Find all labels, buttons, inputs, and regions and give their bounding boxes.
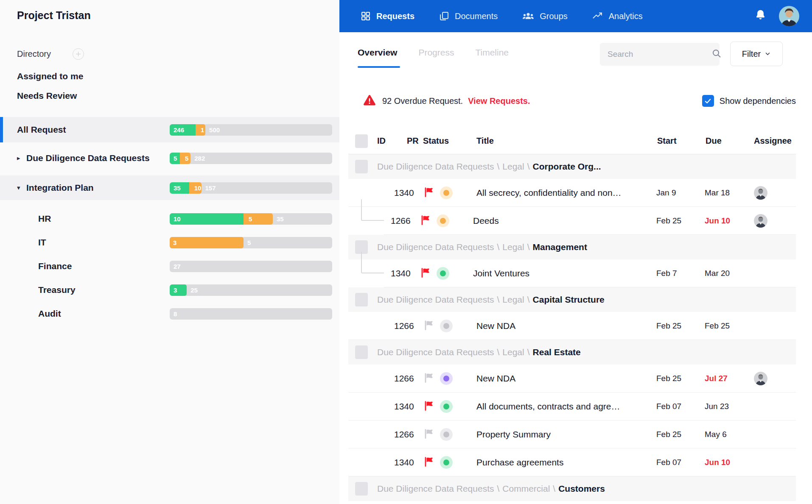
progress-segment-count: 27 bbox=[174, 263, 181, 270]
search-icon[interactable] bbox=[711, 48, 722, 60]
group-name: Customers bbox=[558, 484, 605, 493]
progress-segment-orange: 5 bbox=[244, 213, 273, 225]
due-date: Feb 25 bbox=[701, 321, 754, 331]
task-id: 1266 bbox=[391, 216, 420, 226]
nav-item-label: Documents bbox=[455, 11, 498, 21]
assignee-avatar[interactable] bbox=[754, 186, 767, 200]
assignee-avatar[interactable] bbox=[754, 214, 767, 228]
chevron-down-icon bbox=[764, 49, 771, 59]
breadcrumb-segment: Legal bbox=[502, 242, 524, 252]
group-breadcrumb: Due Diligence Data Requests\Legal\Manage… bbox=[377, 242, 796, 252]
group-row-capital-structure[interactable]: Due Diligence Data Requests\Legal\Capita… bbox=[348, 287, 796, 312]
task-row-1340-purchase-agreements[interactable]: 1340Purchase agreementsFeb 07Jun 10 bbox=[348, 448, 796, 476]
sidebar-item-label: IT bbox=[38, 237, 46, 248]
priority-flag-icon-gray bbox=[424, 428, 440, 441]
col-header-start: Start bbox=[653, 136, 701, 146]
progress-bar: 3510157 bbox=[170, 182, 332, 194]
dependencies-checkbox[interactable] bbox=[702, 95, 714, 107]
progress-segment-count: 3 bbox=[173, 239, 176, 246]
sidebar-item-all-request[interactable]: All Request2461500 bbox=[0, 117, 339, 142]
sidebar-item-label: Due Diligence Data Requests bbox=[26, 153, 150, 163]
breadcrumb-segment: Legal bbox=[502, 347, 524, 357]
due-date: Jun 10 bbox=[701, 458, 754, 467]
progress-segment-count: 5 bbox=[174, 155, 177, 162]
task-row-1340-joint-ventures[interactable]: 1340Joint VenturesFeb 7Mar 20 bbox=[384, 259, 796, 287]
sidebar-item-hr[interactable]: HR10535 bbox=[0, 207, 339, 231]
due-date: Jul 27 bbox=[701, 374, 754, 383]
progress-bar: 8 bbox=[170, 308, 332, 320]
sidebar: Project Tristan Directory Assigned to me… bbox=[0, 0, 339, 504]
breadcrumb-separator: \ bbox=[524, 162, 533, 171]
task-row-1266-property-summary[interactable]: 1266Property SummaryFeb 25May 6 bbox=[348, 420, 796, 448]
sidebar-item-treasury[interactable]: Treasury325 bbox=[0, 278, 339, 302]
task-row-1266-new-nda[interactable]: 1266New NDAFeb 25Feb 25 bbox=[348, 312, 796, 340]
task-row-1340-all-documents-contracts-[interactable]: 1340All documents, contracts and agre…Fe… bbox=[348, 393, 796, 420]
row-checkbox[interactable] bbox=[355, 482, 368, 496]
progress-segment-green: 3 bbox=[170, 284, 187, 296]
progress-segment-count: 5 bbox=[247, 239, 251, 246]
col-header-assignee: Assignee bbox=[754, 136, 796, 146]
task-title: All secrecy, confidentiality and non… bbox=[465, 188, 653, 198]
status-dot-green bbox=[440, 400, 453, 413]
nav-item-documents[interactable]: Documents bbox=[439, 11, 498, 21]
tab-overview[interactable]: Overview bbox=[358, 47, 397, 68]
directory-row: Directory bbox=[17, 48, 84, 60]
sidebar-item-due-diligence-data-requests[interactable]: ▸Due Diligence Data Requests55282 bbox=[0, 146, 339, 170]
due-date: May 6 bbox=[701, 430, 754, 439]
nav-item-analytics[interactable]: Analytics bbox=[592, 11, 643, 21]
nav-item-requests[interactable]: Requests bbox=[361, 11, 414, 21]
sidebar-item-it[interactable]: IT35 bbox=[0, 231, 339, 254]
row-checkbox[interactable] bbox=[355, 160, 368, 173]
priority-flag-icon-gray bbox=[424, 320, 440, 332]
sidebar-item-label: All Request bbox=[17, 125, 66, 135]
group-row-management[interactable]: Due Diligence Data Requests\Legal\Manage… bbox=[348, 235, 796, 259]
task-title: Purchase agreements bbox=[465, 457, 653, 468]
start-date: Feb 25 bbox=[653, 321, 701, 331]
breadcrumb-separator: \ bbox=[494, 484, 502, 493]
search-input[interactable] bbox=[608, 50, 711, 59]
user-avatar[interactable] bbox=[779, 6, 799, 26]
progress-segment-orange: 10 bbox=[189, 182, 202, 194]
task-row-1266-new-nda[interactable]: 1266New NDAFeb 25Jul 27 bbox=[348, 365, 796, 393]
groups-icon bbox=[522, 11, 534, 21]
status-dot-orange bbox=[440, 187, 453, 199]
tab-timeline[interactable]: Timeline bbox=[475, 47, 509, 68]
sidebar-item-label: HR bbox=[38, 214, 51, 224]
task-title: New NDA bbox=[465, 321, 653, 331]
top-navigation: RequestsDocumentsGroupsAnalytics bbox=[339, 0, 812, 32]
task-id: 1340 bbox=[394, 457, 424, 468]
task-row-1340-all-secrecy-confidential[interactable]: 1340All secrecy, confidentiality and non… bbox=[348, 179, 796, 207]
view-tabs: Overview Progress Timeline bbox=[358, 47, 509, 68]
progress-segment-gray: 25 bbox=[187, 284, 332, 296]
group-name: Capital Structure bbox=[533, 295, 605, 304]
task-row-1266-deeds[interactable]: 1266DeedsFeb 25Jun 10 bbox=[384, 207, 796, 235]
select-all-checkbox[interactable] bbox=[355, 134, 368, 148]
notifications-bell-icon[interactable] bbox=[755, 9, 766, 23]
breadcrumb-separator: \ bbox=[494, 162, 502, 171]
progress-segment-count: 500 bbox=[209, 126, 220, 134]
sidebar-item-finance[interactable]: Finance27 bbox=[0, 254, 339, 278]
caret-right-icon[interactable]: ▸ bbox=[17, 154, 23, 162]
col-header-status: Status bbox=[423, 136, 465, 146]
filter-button[interactable]: Filter bbox=[730, 42, 783, 66]
add-directory-icon[interactable] bbox=[73, 48, 84, 60]
due-date: Jun 10 bbox=[701, 216, 754, 226]
progress-bar: 2461500 bbox=[170, 124, 332, 136]
sidebar-item-audit[interactable]: Audit8 bbox=[0, 302, 339, 326]
sidebar-item-needs-review[interactable]: Needs Review bbox=[17, 91, 77, 101]
progress-segment-count: 5 bbox=[249, 215, 252, 223]
tab-progress[interactable]: Progress bbox=[418, 47, 454, 68]
row-checkbox[interactable] bbox=[355, 345, 368, 359]
sidebar-item-integration-plan[interactable]: ▾Integration Plan3510157 bbox=[0, 175, 339, 200]
sidebar-item-assigned-to-me[interactable]: Assigned to me bbox=[17, 71, 83, 81]
breadcrumb-segment: Due Diligence Data Requests bbox=[377, 347, 494, 357]
group-row-real-estate[interactable]: Due Diligence Data Requests\Legal\Real E… bbox=[348, 340, 796, 365]
view-requests-link[interactable]: View Requests. bbox=[468, 96, 530, 106]
row-checkbox[interactable] bbox=[355, 293, 368, 306]
group-row-customers[interactable]: Due Diligence Data Requests\Commercial\C… bbox=[348, 476, 796, 501]
caret-down-icon[interactable]: ▾ bbox=[17, 184, 23, 192]
assignee-avatar[interactable] bbox=[754, 372, 767, 385]
group-row-corporate-org-[interactable]: Due Diligence Data Requests\Legal\Corpor… bbox=[348, 154, 796, 179]
progress-bar: 325 bbox=[170, 284, 332, 296]
nav-item-groups[interactable]: Groups bbox=[522, 11, 568, 21]
